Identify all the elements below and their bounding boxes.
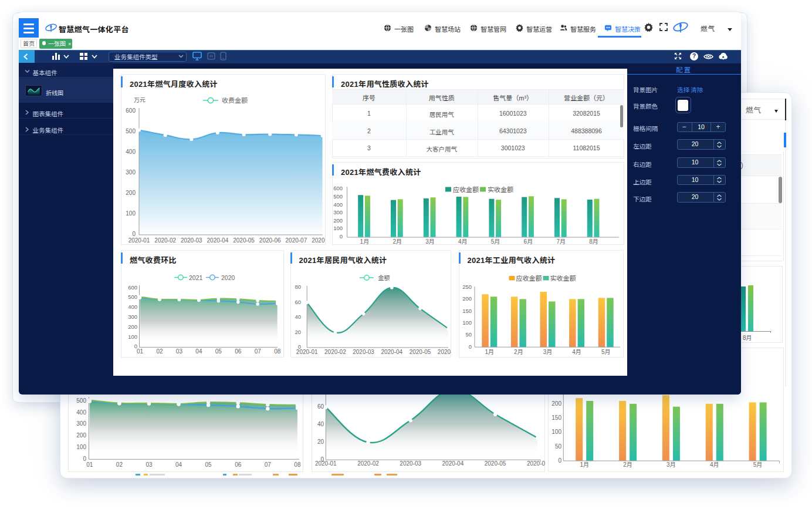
svg-text:0: 0: [558, 457, 561, 464]
svg-text:2020-04: 2020-04: [207, 237, 229, 244]
svg-text:400: 400: [333, 201, 343, 207]
svg-text:2020-03: 2020-03: [400, 460, 421, 467]
svg-text:50: 50: [465, 331, 472, 338]
svg-text:2月: 2月: [393, 238, 402, 245]
svg-text:2020-01: 2020-01: [315, 460, 337, 467]
svg-text:200: 200: [128, 323, 137, 330]
svg-text:1月: 1月: [485, 349, 494, 355]
svg-text:2020-04: 2020-04: [442, 460, 464, 467]
svg-text:60: 60: [317, 403, 324, 410]
svg-text:500: 500: [128, 294, 137, 300]
svg-text:1月: 1月: [360, 238, 370, 245]
svg-text:500: 500: [333, 193, 343, 200]
svg-text:600: 600: [126, 107, 136, 114]
svg-text:2020-08: 2020-08: [312, 237, 325, 244]
svg-text:2021: 2021: [189, 274, 203, 281]
svg-text:100: 100: [126, 210, 136, 217]
svg-text:实收金额: 实收金额: [488, 186, 513, 193]
svg-text:400: 400: [76, 409, 86, 416]
svg-text:02: 02: [156, 348, 163, 355]
svg-text:300: 300: [126, 169, 136, 176]
svg-text:04: 04: [175, 461, 182, 468]
svg-text:04: 04: [195, 348, 202, 355]
svg-text:2月: 2月: [514, 349, 523, 355]
svg-text:6月: 6月: [524, 238, 533, 245]
svg-text:300: 300: [128, 314, 137, 320]
svg-text:2020-02: 2020-02: [154, 237, 176, 244]
svg-text:20: 20: [317, 439, 324, 445]
svg-text:200: 200: [333, 217, 343, 223]
svg-text:2020-01: 2020-01: [296, 349, 317, 355]
svg-text:06: 06: [235, 461, 242, 468]
svg-text:03: 03: [146, 461, 153, 468]
svg-text:4月: 4月: [710, 461, 719, 468]
svg-text:200: 200: [552, 400, 561, 407]
svg-text:300: 300: [76, 420, 86, 427]
svg-text:0: 0: [468, 343, 471, 350]
svg-text:2020-06: 2020-06: [527, 460, 545, 467]
svg-text:2020-03: 2020-03: [181, 237, 202, 244]
svg-text:08: 08: [274, 348, 281, 355]
svg-text:03: 03: [176, 348, 183, 355]
svg-text:06: 06: [235, 348, 242, 355]
svg-text:150: 150: [462, 308, 472, 314]
svg-text:500: 500: [126, 128, 136, 134]
svg-text:05: 05: [205, 461, 212, 468]
svg-text:400: 400: [128, 304, 137, 310]
svg-text:应收金额: 应收金额: [516, 275, 542, 282]
svg-text:5月: 5月: [491, 238, 500, 245]
svg-text:实收金额: 实收金额: [550, 275, 576, 282]
svg-text:2020: 2020: [221, 274, 235, 281]
svg-text:应收金额: 应收金额: [453, 186, 479, 193]
svg-text:2月: 2月: [623, 461, 632, 468]
svg-text:600: 600: [333, 185, 343, 191]
svg-text:3月: 3月: [425, 238, 435, 245]
svg-text:万元: 万元: [134, 97, 146, 103]
svg-text:100: 100: [333, 225, 343, 231]
svg-text:01: 01: [86, 461, 93, 468]
svg-text:200: 200: [126, 190, 136, 196]
svg-text:2020-01: 2020-01: [128, 237, 150, 244]
svg-text:4月: 4月: [572, 349, 581, 355]
svg-text:80: 80: [295, 284, 301, 290]
svg-text:收费金额: 收费金额: [222, 97, 248, 104]
svg-text:02: 02: [116, 461, 123, 468]
svg-text:600: 600: [128, 284, 137, 291]
svg-text:05: 05: [215, 348, 222, 355]
svg-text:01: 01: [137, 348, 144, 355]
svg-text:1月: 1月: [580, 461, 589, 468]
svg-text:2020-05: 2020-05: [485, 460, 506, 467]
svg-text:2020-04: 2020-04: [381, 349, 402, 355]
svg-text:0: 0: [132, 231, 136, 237]
svg-text:500: 500: [76, 397, 86, 404]
svg-text:金额: 金额: [378, 274, 390, 281]
svg-text:200: 200: [462, 295, 472, 302]
svg-text:3月: 3月: [543, 349, 552, 355]
svg-text:8月: 8月: [589, 238, 598, 245]
svg-text:50: 50: [554, 443, 561, 450]
svg-text:2020-05: 2020-05: [409, 349, 431, 355]
svg-text:300: 300: [333, 209, 343, 215]
svg-text:100: 100: [462, 319, 472, 326]
svg-text:2020-07: 2020-07: [286, 237, 307, 244]
svg-text:400: 400: [126, 149, 136, 155]
svg-text:07: 07: [255, 348, 262, 355]
svg-text:150: 150: [552, 414, 561, 421]
svg-text:40: 40: [295, 314, 301, 320]
svg-text:5月: 5月: [753, 461, 762, 468]
svg-text:2020-05: 2020-05: [233, 237, 255, 244]
svg-text:7月: 7月: [556, 238, 566, 245]
svg-text:4月: 4月: [458, 238, 468, 245]
svg-text:0: 0: [340, 232, 343, 239]
svg-text:100: 100: [552, 429, 561, 435]
svg-text:5月: 5月: [601, 349, 610, 355]
svg-text:200: 200: [76, 432, 86, 439]
svg-text:60: 60: [295, 299, 301, 305]
svg-text:2020-06: 2020-06: [259, 237, 281, 244]
svg-text:40: 40: [317, 421, 324, 427]
svg-text:250: 250: [462, 284, 472, 290]
svg-text:20: 20: [295, 329, 301, 335]
svg-text:100: 100: [128, 333, 137, 340]
svg-text:2020-03: 2020-03: [353, 349, 374, 355]
svg-text:2020-02: 2020-02: [357, 460, 379, 467]
